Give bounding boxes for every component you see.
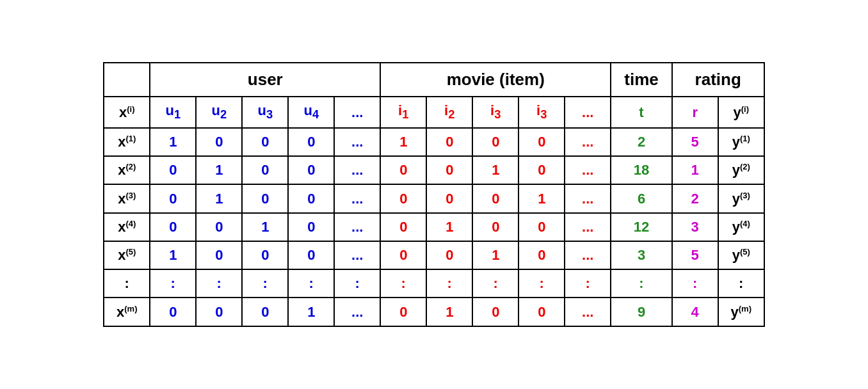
row-u4: 0 [288, 128, 334, 156]
table-row: x(m)0001...0100...94y(m) [104, 298, 764, 326]
row-u1: 0 [150, 213, 196, 241]
row-u1: 0 [150, 298, 196, 326]
i2-subheader: i2 [426, 97, 472, 127]
i1-subheader: i1 [380, 97, 426, 127]
user-group-header: user [150, 63, 380, 97]
u2-subheader: u2 [196, 97, 242, 127]
row-u3: 0 [242, 128, 288, 156]
row-i3: 1 [472, 156, 518, 184]
row-label: x(5) [104, 241, 150, 269]
row-i1: : [380, 269, 426, 298]
row-label: x(1) [104, 128, 150, 156]
row-udots: ... [334, 241, 380, 269]
row-u3: 1 [242, 213, 288, 241]
table-row: x(2)0100...0010...181y(2) [104, 156, 764, 184]
row-i1: 1 [380, 128, 426, 156]
row-i2: 0 [426, 128, 472, 156]
table-row: x(5)1000...0010...35y(5) [104, 241, 764, 269]
row-u1: 1 [150, 128, 196, 156]
row-u3: : [242, 269, 288, 298]
row-label: : [104, 269, 150, 298]
row-y: y(3) [718, 184, 764, 212]
row-udots: ... [334, 128, 380, 156]
row-u3: 0 [242, 298, 288, 326]
u1-subheader: u1 [150, 97, 196, 127]
u3-subheader: u3 [242, 97, 288, 127]
row-u2: 0 [196, 128, 242, 156]
row-y: y(2) [718, 156, 764, 184]
udots-subheader: ... [334, 97, 380, 127]
row-time: : [611, 269, 671, 298]
row-i2: 0 [426, 241, 472, 269]
row-rating: 5 [672, 241, 718, 269]
row-u4: 1 [288, 298, 334, 326]
row-idots: ... [565, 156, 611, 184]
row-i2: 1 [426, 213, 472, 241]
u4-subheader: u4 [288, 97, 334, 127]
row-idots: ... [565, 184, 611, 212]
row-rating: 2 [672, 184, 718, 212]
row-udots: ... [334, 298, 380, 326]
row-u2: 0 [196, 241, 242, 269]
main-table-container: user movie (item) time rating x(i) u1 u2… [103, 62, 764, 326]
table-row: :::::::::::::: [104, 269, 764, 298]
row-time: 12 [611, 213, 671, 241]
row-y: y(m) [718, 298, 764, 326]
table-row: x(3)0100...0001...62y(3) [104, 184, 764, 212]
table-row: x(4)0010...0100...123y(4) [104, 213, 764, 241]
row-i1: 0 [380, 213, 426, 241]
row-i3: 0 [472, 298, 518, 326]
row-u4: 0 [288, 213, 334, 241]
row-u3: 0 [242, 184, 288, 212]
row-rating: : [672, 269, 718, 298]
row-idots: ... [565, 241, 611, 269]
row-u4: : [288, 269, 334, 298]
row-idots: ... [565, 298, 611, 326]
row-udots: ... [334, 156, 380, 184]
row-rating: 5 [672, 128, 718, 156]
row-time: 9 [611, 298, 671, 326]
r-subheader: r [672, 97, 718, 127]
row-y: : [718, 269, 764, 298]
row-u1: : [150, 269, 196, 298]
row-u2: 1 [196, 156, 242, 184]
row-i4: 0 [518, 213, 565, 241]
row-u4: 0 [288, 184, 334, 212]
row-u1: 0 [150, 156, 196, 184]
table-row: x(1)1000...1000...25y(1) [104, 128, 764, 156]
row-u1: 1 [150, 241, 196, 269]
row-u2: 1 [196, 184, 242, 212]
row-idots: ... [565, 128, 611, 156]
row-udots: ... [334, 213, 380, 241]
row-i1: 0 [380, 241, 426, 269]
row-y: y(5) [718, 241, 764, 269]
row-u2: 0 [196, 298, 242, 326]
row-i4: 0 [518, 298, 565, 326]
row-i1: 0 [380, 184, 426, 212]
row-i2: 0 [426, 184, 472, 212]
row-u4: 0 [288, 241, 334, 269]
row-i2: 0 [426, 156, 472, 184]
yi-subheader: y(i) [718, 97, 764, 127]
xi-subheader: x(i) [104, 97, 150, 127]
row-i3: 1 [472, 241, 518, 269]
row-i3: : [472, 269, 518, 298]
row-time: 6 [611, 184, 671, 212]
t-subheader: t [611, 97, 671, 127]
row-u2: : [196, 269, 242, 298]
row-label: x(m) [104, 298, 150, 326]
row-idots: ... [565, 213, 611, 241]
row-i2: : [426, 269, 472, 298]
time-group-header: time [611, 63, 671, 97]
row-label: x(4) [104, 213, 150, 241]
row-rating: 1 [672, 156, 718, 184]
row-u1: 0 [150, 184, 196, 212]
row-udots: ... [334, 184, 380, 212]
row-u4: 0 [288, 156, 334, 184]
row-y: y(1) [718, 128, 764, 156]
i3a-subheader: i3 [472, 97, 518, 127]
row-rating: 4 [672, 298, 718, 326]
row-i3: 0 [472, 128, 518, 156]
row-label: x(2) [104, 156, 150, 184]
row-time: 3 [611, 241, 671, 269]
